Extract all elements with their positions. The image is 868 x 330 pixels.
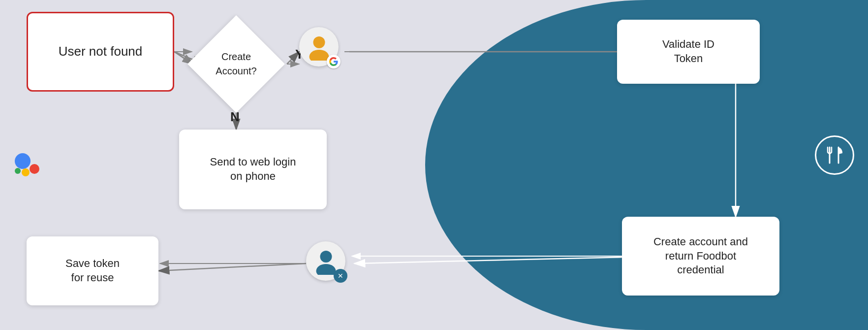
create-account-diamond: CreateAccount? xyxy=(187,15,285,113)
svg-point-21 xyxy=(15,168,21,174)
google-user-avatar xyxy=(299,27,339,66)
svg-point-18 xyxy=(15,153,31,169)
user-not-found-label: User not found xyxy=(59,43,143,60)
validate-id-label: Validate ID Token xyxy=(662,37,714,66)
avatar-circle-google xyxy=(299,27,339,66)
svg-point-20 xyxy=(22,168,30,176)
google-assistant-icon xyxy=(9,145,46,184)
create-account-label: Create account and return Foodbot creden… xyxy=(653,235,748,277)
save-token-label: Save token for reuse xyxy=(65,257,120,285)
save-token-node: Save token for reuse xyxy=(27,236,158,305)
send-to-web-node: Send to web login on phone xyxy=(179,130,327,209)
assistant-svg xyxy=(9,145,46,182)
user-not-found-node: User not found xyxy=(27,12,174,92)
fork-knife-icon xyxy=(815,135,854,175)
utensils-svg xyxy=(824,144,845,166)
diamond-shape xyxy=(187,15,285,113)
send-web-label: Send to web login on phone xyxy=(210,155,296,183)
google-badge xyxy=(327,55,341,68)
svg-point-19 xyxy=(30,164,39,174)
foodbot-badge: ✕ xyxy=(334,269,347,283)
fork-knife-circle xyxy=(815,135,854,175)
svg-point-16 xyxy=(316,264,336,275)
create-account-node: Create account and return Foodbot creden… xyxy=(622,217,779,296)
svg-point-15 xyxy=(320,251,332,263)
google-g-icon xyxy=(329,57,338,66)
avatar-circle-foodbot: ✕ xyxy=(306,241,345,281)
validate-id-token-node: Validate ID Token xyxy=(617,20,760,84)
svg-point-14 xyxy=(309,50,329,61)
no-label: N xyxy=(230,109,240,125)
svg-point-13 xyxy=(313,36,325,48)
foodbot-user-avatar: ✕ xyxy=(306,241,345,281)
